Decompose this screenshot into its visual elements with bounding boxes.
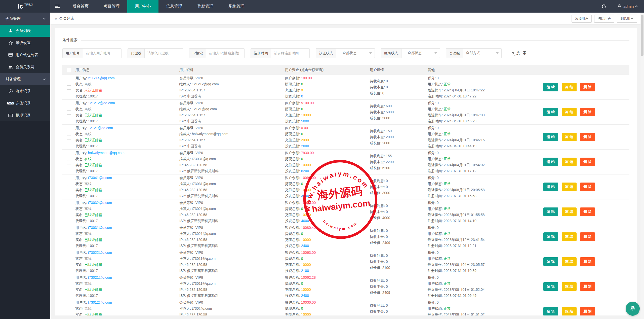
freeze-user-button[interactable]: 冻结用户 bbox=[594, 15, 614, 23]
recharge-total-link[interactable]: 10000 bbox=[301, 213, 311, 217]
会员组-select[interactable]: 全部方式 bbox=[463, 49, 501, 58]
invest-total-link[interactable]: 2400 bbox=[301, 244, 309, 248]
invest-total-link[interactable]: 3000 bbox=[301, 194, 309, 198]
recharge-total-link[interactable]: 10000 bbox=[301, 238, 311, 242]
row-checkbox[interactable] bbox=[67, 85, 71, 90]
recharge-total-link[interactable]: 10000 bbox=[301, 163, 311, 167]
withdraw-total-link[interactable]: 0 bbox=[301, 157, 303, 161]
withdraw-total-link[interactable]: 0 bbox=[301, 281, 303, 286]
row-checkbox[interactable] bbox=[67, 185, 71, 189]
recharge-total-link[interactable]: 2000 bbox=[301, 138, 309, 142]
delete-button[interactable]: 删除 bbox=[580, 282, 595, 291]
freeze-button[interactable]: 冻结 bbox=[562, 307, 577, 315]
agent-line-input[interactable] bbox=[145, 49, 183, 58]
invest-total-link[interactable]: 4000 bbox=[301, 219, 309, 223]
row-checkbox[interactable] bbox=[67, 235, 71, 239]
sidebar-item-会员列表[interactable]: 会员列表 bbox=[0, 25, 50, 37]
withdraw-total-link[interactable]: 0 bbox=[301, 257, 303, 261]
search-button[interactable]: 搜 索 bbox=[508, 48, 531, 58]
delete-button[interactable]: 删除 bbox=[580, 183, 595, 191]
row-checkbox[interactable] bbox=[67, 135, 71, 139]
invest-total-link[interactable]: 2400 bbox=[301, 294, 309, 298]
nav-item-3[interactable]: 用户中心 bbox=[127, 0, 158, 13]
delete-button[interactable]: 删除 bbox=[580, 307, 595, 315]
sidebar-item-用户钱包列表[interactable]: 用户钱包列表 bbox=[0, 49, 50, 61]
nav-item-1[interactable]: 后台首页 bbox=[65, 0, 96, 13]
invest-total-link[interactable]: 2100 bbox=[301, 269, 309, 273]
freeze-button[interactable]: 冻结 bbox=[562, 282, 577, 291]
username-link[interactable]: t73041@q.com bbox=[88, 176, 112, 180]
freeze-button[interactable]: 冻结 bbox=[562, 158, 577, 166]
username-link[interactable]: 121212@qq.com bbox=[88, 101, 115, 105]
balance-amount-link[interactable]: 100.00 bbox=[301, 76, 312, 80]
edit-button[interactable]: 编辑 bbox=[543, 183, 558, 191]
withdraw-total-link[interactable]: 0 bbox=[301, 182, 303, 186]
认证状态-select[interactable]: -- 全部状态 -- bbox=[336, 49, 375, 58]
delete-button[interactable]: 删除 bbox=[580, 232, 595, 241]
delete-user-button[interactable]: 删除用户 bbox=[617, 15, 637, 23]
balance-amount-link[interactable]: 10090.00 bbox=[301, 176, 316, 180]
invest-total-link[interactable]: 6200 bbox=[301, 169, 309, 173]
sidebar-item-等级设置[interactable]: 等级设置 bbox=[0, 37, 50, 49]
nav-item-4[interactable]: 信息管理 bbox=[158, 0, 190, 13]
notification-mute-button[interactable] bbox=[626, 302, 640, 316]
recharge-total-link[interactable]: 10000 bbox=[301, 188, 311, 192]
row-checkbox[interactable] bbox=[67, 310, 71, 314]
ip-search-input[interactable] bbox=[206, 49, 244, 58]
scrollbar-thumb[interactable] bbox=[641, 15, 643, 56]
delete-button[interactable]: 删除 bbox=[580, 207, 595, 216]
vertical-scrollbar[interactable] bbox=[640, 13, 644, 319]
nav-item-6[interactable]: 系统管理 bbox=[221, 0, 252, 13]
freeze-button[interactable]: 冻结 bbox=[562, 207, 577, 216]
balance-amount-link[interactable]: 10080.40 bbox=[301, 226, 316, 230]
edit-button[interactable]: 编辑 bbox=[543, 158, 558, 166]
edit-button[interactable]: 编辑 bbox=[543, 108, 558, 116]
nav-item-2[interactable]: 项目管理 bbox=[96, 0, 127, 13]
refresh-icon[interactable] bbox=[595, 4, 613, 9]
row-checkbox[interactable] bbox=[67, 160, 71, 164]
row-checkbox[interactable] bbox=[67, 285, 71, 289]
row-checkbox[interactable] bbox=[67, 110, 71, 115]
delete-button[interactable]: 删除 bbox=[580, 108, 595, 116]
freeze-button[interactable]: 冻结 bbox=[562, 183, 577, 191]
edit-button[interactable]: 编辑 bbox=[543, 282, 558, 291]
username-link[interactable]: t73031@q.com bbox=[88, 226, 112, 230]
balance-amount-link[interactable]: 10030.00 bbox=[301, 201, 316, 205]
balance-amount-link[interactable]: 10063.00 bbox=[301, 251, 316, 255]
invest-total-link[interactable]: 0 bbox=[301, 94, 303, 98]
username-link[interactable]: haiwaiymcom@qq.com bbox=[88, 151, 125, 155]
sidebar-toggle-icon[interactable] bbox=[50, 0, 65, 13]
edit-button[interactable]: 编辑 bbox=[543, 83, 558, 91]
balance-amount-link[interactable]: 10062.28 bbox=[301, 275, 316, 279]
username-link[interactable]: t73021@q.com bbox=[88, 275, 112, 279]
username-link[interactable]: t73022@q.com bbox=[88, 251, 112, 255]
invest-total-link[interactable]: 2000 bbox=[301, 144, 309, 148]
withdraw-total-link[interactable]: 0 bbox=[301, 207, 303, 211]
add-user-button[interactable]: 添加用户 bbox=[572, 15, 592, 23]
delete-button[interactable]: 删除 bbox=[580, 158, 595, 166]
freeze-button[interactable]: 冻结 bbox=[562, 133, 577, 141]
delete-button[interactable]: 删除 bbox=[580, 83, 595, 91]
nav-item-5[interactable]: 奖励管理 bbox=[190, 0, 221, 13]
withdraw-total-link[interactable]: 0 bbox=[301, 132, 303, 136]
username-link[interactable]: 211214@qq.com bbox=[88, 76, 115, 80]
username-link[interactable]: t73032@q.com bbox=[88, 201, 112, 205]
balance-amount-link[interactable]: 7930.00 bbox=[301, 151, 314, 155]
row-checkbox[interactable] bbox=[67, 260, 71, 264]
recharge-total-link[interactable]: 10000 bbox=[301, 113, 311, 117]
recharge-total-link[interactable]: 10000 bbox=[301, 312, 311, 315]
sidebar-item-提现记录[interactable]: 提现记录 bbox=[0, 109, 50, 121]
delete-button[interactable]: 删除 bbox=[580, 133, 595, 141]
row-checkbox[interactable] bbox=[67, 210, 71, 214]
withdraw-total-link[interactable]: 0 bbox=[301, 107, 303, 111]
freeze-button[interactable]: 冻结 bbox=[562, 108, 577, 116]
edit-button[interactable]: 编辑 bbox=[543, 257, 558, 266]
balance-amount-link[interactable]: 10030.00 bbox=[301, 300, 316, 304]
sidebar-item-流水记录[interactable]: ¥流水记录 bbox=[0, 85, 50, 97]
edit-button[interactable]: 编辑 bbox=[543, 232, 558, 241]
sidebar-section-1[interactable]: 会员管理 bbox=[0, 13, 50, 25]
freeze-button[interactable]: 冻结 bbox=[562, 83, 577, 91]
recharge-total-link[interactable]: 10000 bbox=[301, 263, 311, 267]
balance-amount-link[interactable]: 5100.00 bbox=[301, 101, 314, 105]
sidebar-section-2[interactable]: 财务管理 bbox=[0, 73, 50, 85]
